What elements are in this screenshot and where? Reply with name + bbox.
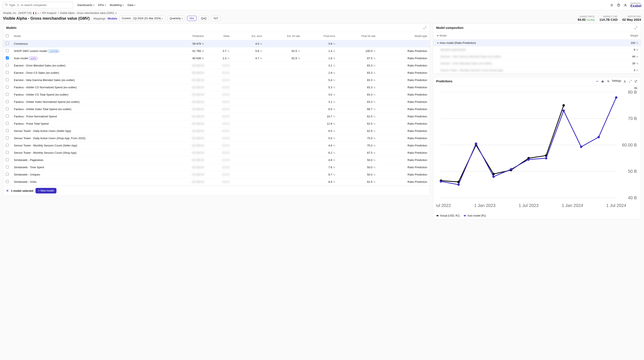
user-icon[interactable] <box>624 3 627 7</box>
legend-auto[interactable]: Auto model (R1) <box>464 214 486 217</box>
table-row[interactable]: Similarweb - Time Spent 60 000 M 0.0 % 7… <box>3 164 430 171</box>
download-icon[interactable] <box>623 79 627 83</box>
col-final-hit[interactable]: Final hit rate <box>338 32 378 40</box>
final-error-cell: 3.1 % <box>302 98 338 106</box>
caret-down-icon[interactable] <box>437 35 439 36</box>
row-checkbox[interactable] <box>6 86 9 88</box>
table-row[interactable]: Sensor Tower - Daily Active Users (Shop … <box>3 135 430 142</box>
search-input[interactable]: Type / to search companies <box>2 2 73 8</box>
col-est-error[interactable]: Est. error <box>232 32 265 40</box>
bar-chart-icon[interactable] <box>601 79 605 83</box>
yoy-toggle[interactable]: YoY <box>211 16 220 21</box>
table-row[interactable]: Sensor Tower - Monthly Session Count (Sh… <box>433 67 641 74</box>
col-model-type[interactable]: Model type <box>378 32 430 40</box>
popup-icon[interactable] <box>634 79 638 83</box>
expand-icon[interactable] <box>423 26 427 30</box>
chevron-down-icon[interactable]: ▾ <box>116 12 116 14</box>
nav-modelling[interactable]: Modelling▾ <box>110 4 124 7</box>
table-row[interactable]: Auto model (Ratio Prediction) 100 % <box>433 40 641 46</box>
table-row[interactable]: Similarweb - Uniques 60 000 M 0.0 % 8.7 … <box>3 171 430 178</box>
row-checkbox[interactable] <box>6 64 9 67</box>
comp-model-name: Sensor Tower - Monthly Session Count (Sh… <box>433 67 609 74</box>
table-row[interactable]: Sensor Tower - Monthly Session Count (Sh… <box>3 149 430 156</box>
row-checkbox[interactable] <box>6 173 9 176</box>
table-row[interactable]: Facteus - Pulse Normalized Spend 60 000 … <box>3 113 430 120</box>
final-hit-cell: 83.3 % <box>338 91 378 98</box>
nav-kpis[interactable]: KPIs▾ <box>98 4 106 7</box>
predictions-chart[interactable]: 40 B50 B60.00 B70 B80 B1 Jul 20221 Jan 2… <box>436 90 638 210</box>
row-checkbox[interactable] <box>6 71 9 74</box>
period-select[interactable]: Current - 1Q-2024 (31 Mar 2024)▾ <box>119 16 165 21</box>
table-row[interactable]: Sensor Tower - Daily Active Users (Selle… <box>3 128 430 135</box>
new-model-button[interactable]: +New model <box>36 188 56 194</box>
col-delta[interactable]: Delta <box>206 32 232 40</box>
table-row[interactable]: Similarweb - Visits 60 000 M 0.0 % 8.4 %… <box>3 178 430 186</box>
row-checkbox[interactable] <box>6 78 9 81</box>
row-checkbox[interactable] <box>6 166 9 168</box>
model-type-cell: Ratio Prediction <box>378 69 430 76</box>
table-row[interactable]: Consensus 59 478 M 4.0 % 3.6 % <box>3 40 430 48</box>
abs-toggle[interactable]: Abs <box>187 16 196 21</box>
help-icon[interactable] <box>617 3 620 7</box>
final-error-cell: 5.5 % <box>302 135 338 142</box>
delta-cell: 0.0 % <box>206 106 232 113</box>
table-row[interactable]: Baseline placeholder 9 % <box>433 46 641 53</box>
table-row[interactable]: Earnest - Orion CS Sales (ex-outlier) 60… <box>3 69 430 76</box>
table-row[interactable]: SHOP GMV custom modelCUSTOM 61 780 M 3.7… <box>3 48 430 55</box>
table-row[interactable]: Sensor Tower - Monthly Session Count (Se… <box>3 142 430 149</box>
crumb-analyzer[interactable]: KPI Analyzer <box>42 12 57 14</box>
qoq-toggle[interactable]: QoQ <box>199 16 209 21</box>
col-model[interactable]: Model <box>11 32 172 40</box>
row-checkbox[interactable] <box>6 144 9 147</box>
table-row[interactable]: Earnest - Orion Blended Sales (ex-outlie… <box>3 62 430 69</box>
tab-models[interactable]: Models <box>108 17 118 20</box>
select-all-checkbox[interactable] <box>6 34 9 37</box>
table-row[interactable]: Earnest - Orion Blended Sales (ex-outlie… <box>433 60 641 67</box>
table-row[interactable]: Earnest - Vela Gamma Blended Sales (ex-o… <box>433 53 641 60</box>
row-checkbox[interactable] <box>6 100 9 103</box>
settings-label[interactable]: Settings <box>612 79 621 83</box>
table-row[interactable]: Similarweb - Pageviews 60 000 M 0.0 % 4.… <box>3 156 430 164</box>
table-row[interactable]: Facteus - Arbiter CS Normalized Spend (e… <box>3 84 430 91</box>
row-checkbox[interactable] <box>6 136 9 140</box>
legend-actual[interactable]: Actual (USD, R1) <box>436 214 460 217</box>
crumb-company[interactable]: Shopify, Inc. <box>3 12 17 14</box>
table-row[interactable]: Facteus - Arbiter Index Normalized Spend… <box>3 98 430 106</box>
line-chart-icon[interactable] <box>595 79 599 83</box>
col-prediction[interactable]: Prediction <box>172 32 206 40</box>
nav-dashboards[interactable]: Dashboards▾ <box>78 4 94 7</box>
row-checkbox[interactable] <box>6 114 9 118</box>
row-checkbox[interactable] <box>6 129 9 132</box>
row-checkbox[interactable] <box>6 107 9 110</box>
est-error-cell <box>232 135 265 142</box>
tab-mappings[interactable]: Mappings <box>94 17 106 20</box>
row-checkbox[interactable] <box>6 151 9 154</box>
settings-icon[interactable] <box>606 79 610 83</box>
prediction-cell: 60 000 M <box>172 106 206 113</box>
prediction-cell: 59 478 M <box>172 40 206 48</box>
nav-data[interactable]: Data▾ <box>128 4 135 7</box>
crumb-kpi[interactable]: Visible Alpha - Gross merchandise value … <box>60 12 114 14</box>
chevron-down-icon[interactable]: ▾ <box>38 12 39 14</box>
row-checkbox[interactable] <box>6 49 9 52</box>
table-row[interactable]: Auto modelAUTO 60 838 M 2.3 % 4.7 % 62.5… <box>3 55 430 62</box>
row-checkbox[interactable] <box>6 180 9 183</box>
row-checkbox[interactable] <box>6 122 9 125</box>
expand-icon[interactable] <box>628 79 632 83</box>
table-row[interactable]: Facteus - Arbiter Index Total Spend (ex-… <box>3 106 430 113</box>
table-row[interactable]: Earnest - Vela Gamma Blended Sales (ex-o… <box>3 76 430 84</box>
row-checkbox[interactable] <box>6 42 9 45</box>
row-checkbox[interactable] <box>6 158 9 161</box>
expand-icon[interactable] <box>634 26 638 30</box>
col-final-error[interactable]: Final error <box>302 32 338 40</box>
col-est-hit[interactable]: Est. hit rate <box>265 32 302 40</box>
final-error-cell: 1.9 % <box>302 55 338 62</box>
row-checkbox[interactable] <box>6 93 9 96</box>
clear-selection-button[interactable]: ✕ <box>6 189 9 192</box>
svg-rect-8 <box>602 81 602 82</box>
table-row[interactable]: Facteus - Arbiter CS Total Spend (ex-out… <box>3 91 430 98</box>
table-row[interactable]: Facteus - Pulse Total Spend 60 000 M 0.0… <box>3 120 430 128</box>
frequency-select[interactable]: Quarterly▾ <box>168 16 185 21</box>
list-icon[interactable] <box>610 3 614 7</box>
row-checkbox[interactable] <box>6 56 9 60</box>
